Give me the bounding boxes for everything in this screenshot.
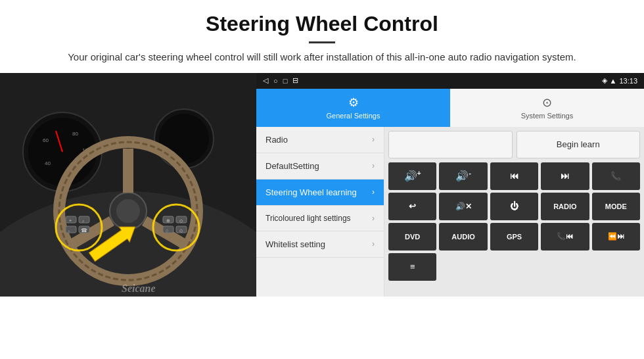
menu-item-steering-wheel[interactable]: Steering Wheel learning › [256, 180, 384, 206]
vol-up-icon: 🔊+ [404, 170, 421, 182]
vol-down-button[interactable]: 🔊- [439, 162, 487, 190]
next-track-button[interactable]: ⏭ [541, 162, 589, 190]
menu-item-radio[interactable]: Radio › [256, 127, 384, 153]
radio-button[interactable]: RADIO [541, 193, 589, 220]
menu-item-default-setting[interactable]: DefaultSetting › [256, 153, 384, 180]
page-title: Steering Wheel Control [26, 12, 618, 36]
svg-text:Seicane: Seicane [122, 283, 156, 294]
controls-grid: 🔊+ 🔊- ⏮ ⏭ 📞 [388, 162, 640, 281]
tab-general-label: General Settings [327, 112, 380, 120]
mute-button[interactable]: 🔊✕ [439, 193, 487, 220]
dvd-label: DVD [405, 233, 420, 241]
title-divider [309, 41, 335, 43]
call-button[interactable]: 📞 [592, 162, 640, 190]
radio-label: RADIO [553, 203, 576, 210]
prev-track-button[interactable]: ⏮ [490, 162, 538, 190]
menu-item-tricoloured[interactable]: Tricoloured light settings › [256, 206, 384, 231]
menu-default-label: DefaultSetting [265, 161, 319, 171]
call-prev-icon: 📞⏮ [557, 232, 573, 241]
tab-system-settings[interactable]: ⊙ System Settings [450, 89, 644, 127]
system-settings-icon: ⊙ [542, 95, 552, 110]
chevron-icon: › [372, 214, 375, 223]
call-prev-button[interactable]: 📞⏮ [541, 223, 589, 251]
svg-text:⊕: ⊕ [166, 218, 170, 223]
audio-button[interactable]: AUDIO [439, 223, 487, 251]
gps-icon: ◈ [602, 76, 607, 85]
menu-whitelist-label: Whitelist setting [265, 239, 325, 249]
next-icon: ⏭ [561, 171, 569, 181]
rew-fwd-icon: ⏪⏭ [608, 232, 624, 241]
gps-button[interactable]: GPS [490, 223, 538, 251]
tab-general-settings[interactable]: ⚙ General Settings [256, 89, 450, 127]
menu-icon: ≡ [410, 262, 415, 272]
svg-text:+: + [69, 218, 72, 223]
vol-down-icon: 🔊- [455, 170, 471, 182]
time-display: 13:13 [619, 77, 637, 85]
svg-text:40: 40 [45, 160, 51, 166]
power-button[interactable]: ⏻ [490, 193, 538, 220]
gps-label: GPS [507, 233, 522, 241]
menu-radio-label: Radio [265, 135, 288, 145]
menu-tricoloured-label: Tricoloured light settings [265, 214, 351, 223]
svg-text:☎: ☎ [81, 227, 87, 233]
svg-text:60: 60 [43, 137, 49, 143]
begin-learn-button[interactable]: Begin learn [517, 131, 641, 158]
rew-fwd-button[interactable]: ⏪⏭ [592, 223, 640, 251]
android-panel: ◁ ○ □ ⊟ ◈ ▲ 13:13 ⚙ General Settings [256, 73, 644, 297]
svg-point-14 [116, 199, 140, 223]
menu-button[interactable]: ≡ [388, 253, 436, 281]
status-bar-info: ◈ ▲ 13:13 [602, 76, 637, 85]
chevron-icon: › [372, 161, 375, 170]
mute-icon: 🔊✕ [455, 202, 472, 211]
vol-up-button[interactable]: 🔊+ [388, 162, 436, 190]
mode-label: MODE [605, 203, 627, 210]
top-row: Begin learn [388, 131, 640, 158]
wifi-icon: ▲ [610, 77, 617, 85]
chevron-icon: › [372, 135, 375, 144]
svg-text:♪: ♪ [82, 219, 84, 223]
menu-steering-label: Steering Wheel learning [265, 187, 357, 197]
back-call-icon: ↩ [409, 201, 416, 211]
dvd-button[interactable]: DVD [388, 223, 436, 251]
status-bar-nav: ◁ ○ □ ⊟ [263, 76, 298, 85]
recents-nav-icon[interactable]: □ [283, 77, 288, 85]
status-bar: ◁ ○ □ ⊟ ◈ ▲ 13:13 [256, 73, 644, 89]
mode-button[interactable]: MODE [592, 193, 640, 220]
general-settings-icon: ⚙ [348, 95, 359, 110]
home-nav-icon[interactable]: ○ [273, 77, 278, 85]
back-nav-icon[interactable]: ◁ [263, 76, 268, 85]
chevron-icon: › [372, 187, 375, 197]
tab-system-label: System Settings [521, 112, 573, 120]
prev-icon: ⏮ [510, 171, 518, 181]
call-icon: 📞 [610, 171, 621, 181]
back-call-button[interactable]: ↩ [388, 193, 436, 220]
chevron-icon: › [372, 239, 375, 249]
header-subtitle: Your original car's steering wheel contr… [26, 50, 618, 65]
empty-placeholder-box [388, 131, 513, 158]
content-area: Radio › DefaultSetting › Steering Wheel … [256, 127, 644, 297]
menu-item-whitelist[interactable]: Whitelist setting › [256, 231, 384, 258]
svg-rect-20 [79, 216, 89, 223]
header-section: Steering Wheel Control Your original car… [0, 0, 644, 73]
tab-bar: ⚙ General Settings ⊙ System Settings [256, 89, 644, 127]
svg-text:○: ○ [166, 228, 168, 233]
app-nav-icon[interactable]: ⊟ [292, 76, 298, 85]
left-menu: Radio › DefaultSetting › Steering Wheel … [256, 127, 384, 297]
power-icon: ⏻ [510, 201, 518, 211]
main-content: 60 80 100 40 [0, 73, 644, 297]
page-container: Steering Wheel Control Your original car… [0, 0, 644, 297]
svg-text:80: 80 [72, 131, 78, 137]
steering-wheel-photo: 60 80 100 40 [0, 73, 256, 297]
right-controls: Begin learn 🔊+ 🔊- ⏮ [384, 127, 644, 297]
audio-label: AUDIO [451, 233, 474, 241]
svg-rect-21 [66, 226, 76, 233]
